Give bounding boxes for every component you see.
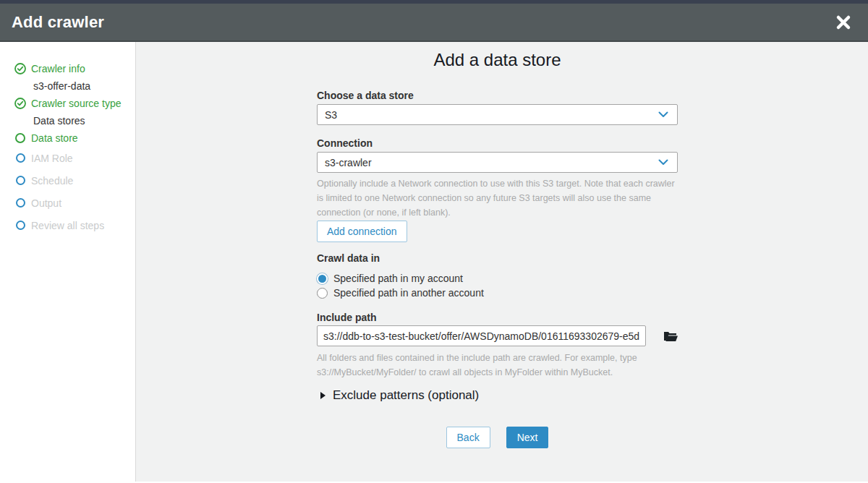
sidebar-item-output[interactable]: Output bbox=[0, 192, 135, 214]
crawl-data-in-radio-group: Specified path in my account Specified p… bbox=[317, 271, 678, 300]
data-store-select[interactable]: S3 bbox=[317, 104, 678, 125]
sidebar-item-label: Output bbox=[31, 197, 61, 209]
sidebar-item-review-all-steps[interactable]: Review all steps bbox=[0, 214, 135, 236]
radio-option-another-account[interactable]: Specified path in another account bbox=[317, 286, 678, 300]
close-icon bbox=[835, 14, 851, 30]
upcoming-step-circle-icon bbox=[14, 220, 26, 231]
sidebar-item-crawler-source-type[interactable]: Crawler source type bbox=[0, 95, 135, 112]
sidebar-item-crawler-info[interactable]: Crawler info bbox=[0, 60, 135, 77]
sidebar-item-label: Crawler info bbox=[31, 63, 85, 74]
include-path-help-text: All folders and files contained in the i… bbox=[317, 351, 657, 380]
sidebar-item-label: Review all steps bbox=[31, 220, 104, 231]
include-path-input[interactable] bbox=[317, 325, 646, 346]
add-connection-button[interactable]: Add connection bbox=[317, 221, 407, 242]
data-store-select-value: S3 bbox=[325, 109, 337, 121]
radio-option-my-account[interactable]: Specified path in my account bbox=[317, 271, 678, 286]
check-circle-icon bbox=[14, 98, 26, 109]
connection-label: Connection bbox=[317, 137, 678, 149]
exclude-patterns-label: Exclude patterns (optional) bbox=[333, 388, 479, 403]
connection-select-value: s3-crawler bbox=[325, 157, 372, 168]
connection-select[interactable]: s3-crawler bbox=[317, 152, 678, 173]
radio-unselected-icon[interactable] bbox=[317, 288, 328, 299]
page-title: Add a data store bbox=[317, 50, 678, 70]
radio-option-label: Specified path in another account bbox=[333, 287, 484, 299]
sidebar-item-label: Schedule bbox=[31, 175, 73, 187]
upcoming-step-circle-icon bbox=[14, 153, 26, 164]
sidebar-subitem-data-stores: Data stores bbox=[0, 112, 135, 129]
sidebar-subitem-crawler-name: s3-offer-data bbox=[0, 77, 135, 95]
sidebar-subitem-label: s3-offer-data bbox=[33, 80, 90, 92]
include-path-label: Include path bbox=[317, 312, 678, 323]
crawl-data-in-label: Crawl data in bbox=[317, 252, 678, 264]
radio-selected-icon[interactable] bbox=[317, 273, 328, 284]
radio-option-label: Specified path in my account bbox=[333, 273, 463, 284]
chevron-down-icon bbox=[658, 111, 668, 118]
close-button[interactable] bbox=[833, 12, 854, 33]
upcoming-step-circle-icon bbox=[14, 175, 26, 187]
data-store-label: Choose a data store bbox=[317, 90, 678, 101]
dialog-title: Add crawler bbox=[12, 13, 104, 32]
browse-folder-button[interactable] bbox=[663, 330, 678, 342]
sidebar-item-label: Crawler source type bbox=[31, 98, 122, 109]
upcoming-step-circle-icon bbox=[14, 197, 26, 209]
connection-help-text: Optionally include a Network connection … bbox=[317, 176, 678, 220]
dialog-header: Add crawler bbox=[0, 4, 868, 42]
folder-open-icon bbox=[663, 330, 678, 342]
check-circle-icon bbox=[14, 63, 26, 74]
wizard-button-bar: Back Next bbox=[317, 427, 678, 448]
back-button[interactable]: Back bbox=[446, 427, 490, 448]
chevron-down-icon bbox=[658, 159, 668, 166]
sidebar-item-iam-role[interactable]: IAM Role bbox=[0, 147, 135, 169]
sidebar-item-label: IAM Role bbox=[31, 153, 73, 164]
triangle-right-icon bbox=[320, 392, 326, 399]
current-step-circle-icon bbox=[14, 132, 26, 144]
sidebar-item-data-store[interactable]: Data store bbox=[0, 129, 135, 147]
exclude-patterns-expander[interactable]: Exclude patterns (optional) bbox=[317, 388, 678, 403]
sidebar-subitem-label: Data stores bbox=[33, 115, 85, 127]
next-button[interactable]: Next bbox=[506, 427, 549, 448]
wizard-steps-sidebar: Crawler info s3-offer-data Crawler sourc… bbox=[0, 42, 136, 482]
main-panel: Add a data store Choose a data store S3 … bbox=[136, 42, 868, 482]
sidebar-item-schedule[interactable]: Schedule bbox=[0, 169, 135, 192]
sidebar-item-label: Data store bbox=[31, 132, 78, 144]
